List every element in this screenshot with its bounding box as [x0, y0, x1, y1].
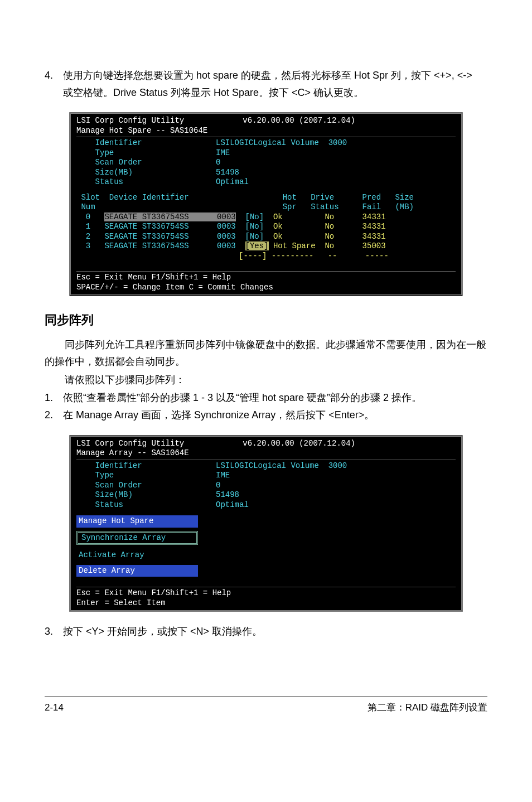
prop-label: Identifier — [95, 138, 142, 147]
step-number: 2. — [45, 407, 60, 424]
step-text: 依照“查看卷属性”部分的步骤 1 - 3 以及“管理 hot spare 硬盘”… — [63, 389, 483, 407]
terminal-manage-array: LSI Corp Config Utility v6.20.00.00 (200… — [69, 435, 463, 612]
steps-list: 4. 使用方向键选择您想要设置为 hot spare 的硬盘，然后将光标移至 H… — [45, 67, 487, 101]
table-header: Slot Device Identifier Hot Drive Pred Si… — [71, 193, 461, 212]
dash-row: [----] --------- -- ----- — [76, 252, 456, 262]
chapter-title: 第二章：RAID 磁盘阵列设置 — [367, 700, 487, 716]
step-4: 4. 使用方向键选择您想要设置为 hot spare 的硬盘，然后将光标移至 H… — [45, 67, 487, 101]
paragraph: 请依照以下步骤同步阵列： — [45, 371, 487, 389]
step-2b: 2. 在 Manage Array 画面，选择 Synchronize Arra… — [45, 407, 487, 424]
prop-rows: IdentifierLSILOGICLogical Volume 3000 Ty… — [71, 461, 461, 510]
section-heading: 同步阵列 — [45, 310, 487, 330]
prop-value: 0 — [216, 158, 220, 167]
step-number: 1. — [45, 389, 60, 407]
prop-value: Optimal — [216, 177, 249, 186]
prop-label: Type — [95, 471, 114, 480]
step-number: 3. — [45, 623, 60, 640]
table-row[interactable]: 0 SEAGATE ST336754SS 0003 [No] Ok No 343… — [76, 212, 456, 223]
divider — [76, 137, 456, 137]
term-subtitle: Manage Array -- SAS1064E — [71, 448, 461, 458]
prop-value: IME — [216, 148, 230, 157]
divider — [76, 587, 456, 587]
page-number: 2-14 — [45, 700, 64, 716]
prop-value: LSILOGICLogical Volume 3000 — [216, 461, 347, 470]
page-footer: 2-14 第二章：RAID 磁盘阵列设置 — [45, 696, 487, 716]
step-number: 4. — [45, 67, 60, 84]
step-1b: 1. 依照“查看卷属性”部分的步骤 1 - 3 以及“管理 hot spare … — [45, 389, 487, 407]
step-3b: 3. 按下 <Y> 开始同步，或按下 <N> 取消操作。 — [45, 623, 487, 640]
steps-list-b: 1. 依照“查看卷属性”部分的步骤 1 - 3 以及“管理 hot spare … — [45, 389, 487, 423]
steps-list-c: 3. 按下 <Y> 开始同步，或按下 <N> 取消操作。 — [45, 623, 487, 640]
menu-options: Manage Hot Spare Synnchronize Array Acti… — [71, 515, 461, 577]
prop-label: Identifier — [95, 461, 142, 470]
prop-label: Scan Order — [95, 158, 142, 167]
divider — [76, 460, 456, 460]
step-text: 在 Manage Array 画面，选择 Synchronize Array，然… — [63, 407, 483, 424]
prop-value: 0 — [216, 481, 220, 490]
table-rows: 0 SEAGATE ST336754SS 0003 [No] Ok No 343… — [71, 212, 461, 262]
terminal-manage-hot-spare: LSI Corp Config Utility v6.20.00.00 (200… — [69, 112, 463, 296]
prop-label: Status — [95, 500, 123, 509]
prop-value: 51498 — [216, 168, 239, 177]
divider — [76, 271, 456, 272]
prop-value: 51498 — [216, 490, 239, 499]
prop-label: Type — [95, 148, 114, 157]
term-title-left: LSI Corp Config Utility — [76, 116, 184, 125]
term-subtitle: Manage Hot Spare -- SAS1064E — [71, 126, 461, 136]
menu-item-delete-array[interactable]: Delete Array — [76, 565, 198, 577]
menu-item-synchronize-array[interactable]: Synnchronize Array — [76, 531, 198, 545]
table-row[interactable]: 3 SEAGATE ST336754SS 0003 [Yes] Hot Spar… — [76, 241, 456, 252]
term-foot1: Esc = Exit Menu F1/Shift+1 = Help — [71, 273, 461, 283]
prop-rows: IdentifierLSILOGICLogical Volume 3000 Ty… — [71, 138, 461, 187]
term-title-right: v6.20.00.00 (2007.12.04) — [243, 439, 355, 449]
step-text: 按下 <Y> 开始同步，或按下 <N> 取消操作。 — [63, 623, 483, 640]
prop-label: Size(MB) — [95, 490, 133, 499]
menu-item-manage-hot-spare[interactable]: Manage Hot Spare — [76, 515, 198, 528]
prop-label: Size(MB) — [95, 168, 133, 177]
prop-value: LSILOGICLogical Volume 3000 — [216, 138, 347, 147]
term-foot1: Esc = Exit Menu F1/Shift+1 = Help — [71, 588, 461, 598]
term-foot2: Enter = Select Item — [71, 598, 461, 608]
table-row[interactable]: 1 SEAGATE ST336754SS 0003 [No] Ok No 343… — [76, 222, 456, 232]
term-title-right: v6.20.00.00 (2007.12.04) — [243, 116, 355, 126]
term-title-left: LSI Corp Config Utility — [76, 439, 184, 448]
prop-value: Optimal — [216, 500, 249, 509]
prop-label: Status — [95, 177, 123, 186]
paragraph: 同步阵列允许工具程序重新同步阵列中镜像硬盘中的数据。此步骤通常不需要使用，因为在… — [45, 336, 487, 370]
step-text: 使用方向键选择您想要设置为 hot spare 的硬盘，然后将光标移至 Hot … — [63, 67, 483, 101]
prop-label: Scan Order — [95, 481, 142, 490]
prop-value: IME — [216, 471, 230, 480]
table-row[interactable]: 2 SEAGATE ST336754SS 0003 [No] Ok No 343… — [76, 232, 456, 242]
term-foot2: SPACE/+/- = Change Item C = Commit Chang… — [71, 283, 461, 293]
menu-item-activate-array[interactable]: Activate Array — [76, 549, 198, 562]
